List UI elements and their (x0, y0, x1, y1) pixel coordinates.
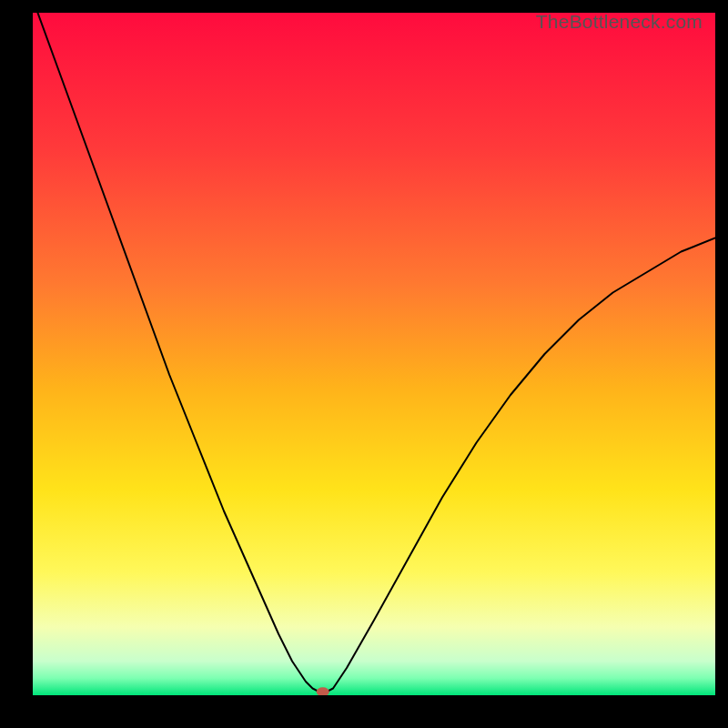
bottleneck-plot: TheBottleneck.com (33, 13, 715, 695)
plot-svg (33, 13, 715, 695)
svg-rect-0 (33, 13, 715, 695)
watermark: TheBottleneck.com (536, 11, 703, 33)
chart-frame: TheBottleneck.com (0, 0, 728, 728)
